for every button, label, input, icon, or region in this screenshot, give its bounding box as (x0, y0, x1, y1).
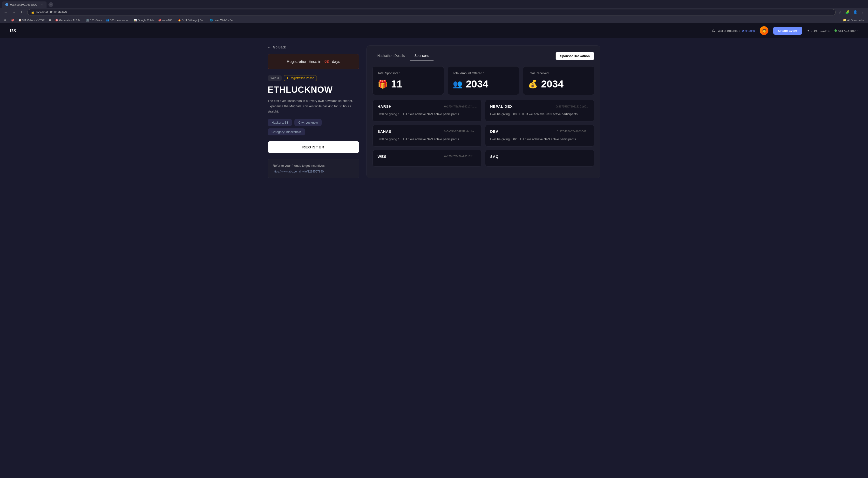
sponsor-name: SAHAS (378, 129, 392, 134)
bookmarks-bar: ✉ 🐙 📋 VIT Vellore - VTOP ✖ 🎯 Generative … (0, 17, 868, 23)
bookmark-gmail[interactable]: ✉ (2, 18, 8, 22)
sponsors-grid: HARSH 0x17D47f5a76e9601C41.... I will be… (373, 100, 594, 167)
total-received-number: 2034 (541, 78, 563, 90)
x-icon: ✖ (49, 19, 51, 22)
tab-hackathon-details-label: Hackathon Details (377, 54, 405, 58)
sponsor-address: 0x17D47f5a76e9601C41.... (444, 155, 477, 158)
tabs-header: Hackathon Details Sponsors Sponsor Hacka… (373, 51, 594, 61)
register-button[interactable]: REGISTER (268, 141, 359, 153)
web3-tag: Web 3 (268, 75, 282, 81)
hackers-count-tag: Hackers: 33 (268, 119, 292, 126)
go-back-button[interactable]: ← Go Back (268, 45, 359, 49)
bookmark-build-things[interactable]: 🔥 BUILD things | Ga... (177, 18, 207, 22)
sponsor-name: DEV (490, 129, 498, 134)
nav-icons: ☆ 🧩 👤 ⋮ (838, 9, 866, 15)
sponsor-address: 0x567357D7803161C1eD.... (556, 105, 589, 108)
sponsor-card-dev: DEV 0x17D47f5a76e9601C41.... I will be g… (485, 125, 594, 146)
sponsor-card-wes: WES 0x17D47f5a76e9601C41.... (373, 150, 482, 167)
all-bookmarks-label: All Bookmarks (847, 19, 864, 22)
connected-indicator (835, 29, 837, 32)
total-amount-offered-card: Total Amount Offered : 👥 2034 (448, 66, 519, 95)
create-event-label: Create Event (778, 29, 797, 33)
gift-icon: 🎁 (378, 79, 388, 89)
wallet-amount-link[interactable]: 9 xHacks (742, 29, 755, 33)
bookmark-vit[interactable]: 📋 VIT Vellore - VTOP (17, 18, 46, 22)
profile-icon[interactable]: 👤 (852, 9, 859, 15)
tab-sponsors-label: Sponsors (414, 54, 429, 58)
code100x-icon: 🐙 (158, 19, 161, 22)
sponsor-card-header: DEV 0x17D47f5a76e9601C41.... (490, 129, 589, 134)
bookmark-label: 100xdevs cohort (110, 19, 129, 22)
forward-button[interactable]: → (11, 9, 18, 15)
sponsor-hackathon-button[interactable]: Sponsor Hackathon (556, 52, 594, 60)
extensions-icon[interactable]: 🧩 (844, 9, 850, 15)
bookmark-code100x[interactable]: 🐙 code100x (157, 18, 175, 22)
phase-tag: Registration Phase (284, 75, 317, 81)
sponsor-description: I will be giving 1 ETH if we achieve NaN… (378, 137, 477, 142)
wallet-address-text: 0x17...64864F (838, 29, 858, 33)
sponsor-card-header: WES 0x17D47f5a76e9601C41.... (378, 155, 477, 159)
sponsor-card-nepal-dex: NEPAL DEX 0x567357D7803161C1eD.... I wil… (485, 100, 594, 122)
bookmark-star-icon[interactable]: ☆ (838, 9, 843, 15)
hackathon-title: ETHLUCKNOW (268, 85, 359, 95)
bookmark-generative-ai[interactable]: 🎯 Generative AI 6.0... (54, 18, 83, 22)
wallet-balance: 🗂 Wallet Balance : 9 xHacks (712, 28, 755, 33)
bookmark-label: VIT Vellore - VTOP (22, 19, 44, 22)
wallet-amount: 9 (742, 29, 744, 33)
city-tag: City: Lucknow (294, 119, 322, 126)
bookmark-x[interactable]: ✖ (48, 18, 52, 22)
left-panel: ← Go Back Registration Ends in 03 days W… (268, 45, 359, 178)
lock-icon: 🔒 (31, 10, 34, 14)
sponsor-card-header: HARSH 0x17D47f5a76e9601C41.... (378, 104, 477, 108)
gen-ai-icon: 🎯 (55, 19, 58, 22)
sponsor-name: SAQ (490, 155, 499, 159)
hackathon-description: The first ever Hackathon in our very own… (268, 98, 359, 114)
tcore-icon: ✦ (807, 29, 810, 33)
total-amount-offered-value: 👥 2034 (453, 78, 514, 90)
avatar-image: 🧑 (762, 29, 766, 33)
active-tab[interactable]: localhost:3001/details/0 ✕ (2, 1, 46, 8)
tab-hackathon-details[interactable]: Hackathon Details (373, 51, 410, 61)
referral-text: Refer to your friends to get incentives (273, 164, 354, 167)
bookmark-100xdevs[interactable]: 💻 100xDevs (85, 18, 103, 22)
go-back-arrow-icon: ← (268, 45, 271, 49)
registration-banner: Registration Ends in 03 days (268, 54, 359, 69)
learnweb3-icon: 🌐 (210, 19, 213, 22)
wallet-label: Wallet Balance : (717, 29, 740, 33)
bookmark-label: Generative AI 6.0... (59, 19, 82, 22)
total-amount-offered-label: Total Amount Offered : (453, 71, 514, 75)
bookmark-learnweb3[interactable]: 🌐 LearnWeb3 - Bec... (208, 18, 238, 22)
tcore-amount: 7.167 tCORE (811, 29, 830, 33)
sponsor-address: 0x17D47f5a76e9601C41.... (444, 105, 477, 108)
address-bar[interactable]: 🔒 localhost:3001/details/0 (27, 9, 836, 15)
sponsor-description: I will be giving 0.02 ETH if we achieve … (490, 137, 589, 142)
browser-tabs-bar: localhost:3001/details/0 ✕ + (0, 0, 868, 8)
sponsor-address: 0x17D47f5a76e9601C41.... (557, 130, 589, 133)
bookmark-github[interactable]: 🐙 (10, 18, 16, 22)
tab-sponsors[interactable]: Sponsors (410, 51, 434, 61)
back-button[interactable]: ← (2, 9, 9, 15)
total-sponsors-number: 11 (391, 78, 402, 90)
info-tags: Hackers: 33 City: Lucknow Category: Bloc… (268, 119, 359, 135)
total-amount-offered-number: 2034 (466, 78, 488, 90)
bookmark-label: BUILD things | Ga... (182, 19, 206, 22)
bookmark-100xdevs-cohort[interactable]: 👥 100xdevs cohort (105, 18, 131, 22)
create-event-button[interactable]: Create Event (773, 27, 802, 35)
stats-row: Total Sponsors : 🎁 11 Total Amount Offer… (373, 66, 594, 95)
money-icon: 💰 (528, 79, 538, 89)
all-bookmarks-button[interactable]: 📁 All Bookmarks (841, 18, 866, 22)
referral-link[interactable]: https://www.abc.com/invite/1234567890 (273, 170, 354, 173)
100xdevs-icon: 💻 (86, 19, 89, 22)
gmail-icon: ✉ (4, 19, 6, 22)
bookmark-colab[interactable]: 📊 Google Colab (132, 18, 155, 22)
total-received-value: 💰 2034 (528, 78, 589, 90)
build-icon: 🔥 (178, 19, 181, 22)
menu-icon[interactable]: ⋮ (860, 9, 866, 15)
close-tab-icon[interactable]: ✕ (41, 3, 43, 6)
reload-button[interactable]: ↻ (19, 9, 25, 15)
bookmark-label: 100xDevs (90, 19, 102, 22)
colab-icon: 📊 (134, 19, 137, 22)
right-panel: Hackathon Details Sponsors Sponsor Hacka… (367, 45, 600, 178)
new-tab-button[interactable]: + (49, 2, 53, 7)
user-avatar[interactable]: 🧑 (760, 26, 768, 35)
